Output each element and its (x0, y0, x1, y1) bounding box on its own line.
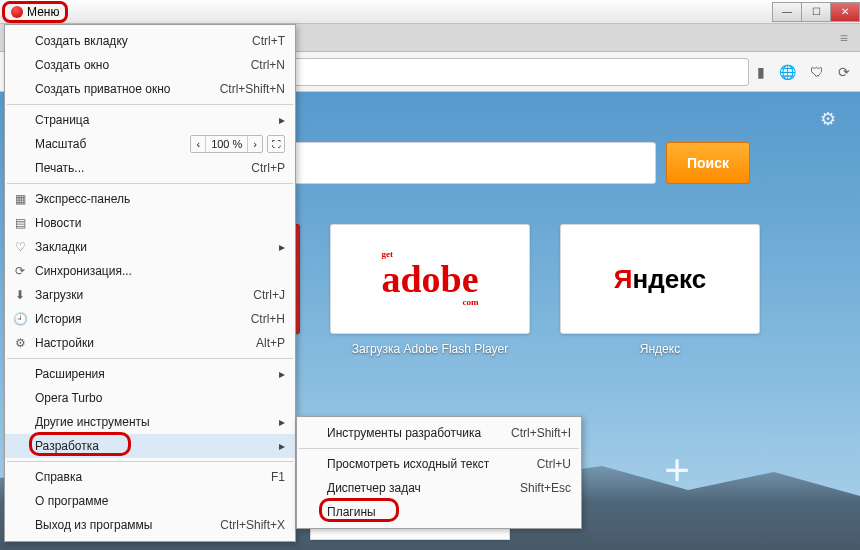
sync-icon: ⟳ (12, 263, 28, 279)
power-refresh-icon[interactable]: ⟳ (838, 64, 850, 80)
tile-col-2: Яндекс Яндекс (560, 224, 760, 356)
main-menu: Создать вкладку Ctrl+T Создать окно Ctrl… (4, 24, 296, 542)
gear-icon[interactable]: ⚙ (820, 108, 836, 130)
menu-new-private[interactable]: Создать приватное окно Ctrl+Shift+N (5, 77, 295, 101)
yandex-rest: ндекс (632, 264, 706, 294)
tab-menu-icon[interactable]: ≡ (840, 30, 848, 46)
download-icon: ⬇ (12, 287, 28, 303)
titlebar: Меню — ☐ ✕ (0, 0, 860, 24)
menu-separator (7, 358, 293, 359)
submenu-task-manager[interactable]: Диспетчер задач Shift+Esc (297, 476, 581, 500)
menu-zoom[interactable]: Масштаб ‹ 100 % › ⛶ (5, 132, 295, 156)
menu-new-window[interactable]: Создать окно Ctrl+N (5, 53, 295, 77)
menu-settings[interactable]: ⚙ Настройки Alt+P (5, 331, 295, 355)
zoom-value: 100 % (206, 136, 248, 152)
yandex-y: Я (614, 264, 633, 294)
submenu-arrow-icon: ▸ (279, 439, 285, 453)
menu-new-tab[interactable]: Создать вкладку Ctrl+T (5, 29, 295, 53)
toolbar-icons: ▮ 🌐 🛡 ⟳ (757, 64, 850, 80)
menu-separator (7, 183, 293, 184)
tile-adobe-label: Загрузка Adobe Flash Player (330, 342, 530, 356)
menu-separator (299, 448, 579, 449)
add-tile-icon[interactable]: + (664, 445, 690, 495)
zoom-control[interactable]: ‹ 100 % › (190, 135, 263, 153)
submenu-arrow-icon: ▸ (279, 415, 285, 429)
menu-print[interactable]: Печать... Ctrl+P (5, 156, 295, 180)
shield-icon[interactable]: 🛡 (810, 64, 824, 80)
adobe-com: com (463, 297, 479, 307)
zoom-out-icon[interactable]: ‹ (191, 136, 206, 152)
minimize-button[interactable]: — (772, 2, 802, 22)
zoom-in-icon[interactable]: › (248, 136, 262, 152)
menu-history[interactable]: 🕘 История Ctrl+H (5, 307, 295, 331)
news-icon: ▤ (12, 215, 28, 231)
maximize-button[interactable]: ☐ (801, 2, 831, 22)
tile-col-1: get adobe com Загрузка Adobe Flash Playe… (330, 224, 530, 356)
grid-icon: ▦ (12, 191, 28, 207)
history-icon: 🕘 (12, 311, 28, 327)
fullscreen-icon[interactable]: ⛶ (267, 135, 285, 153)
menu-speed-dial[interactable]: ▦ Экспресс-панель (5, 187, 295, 211)
vpn-globe-icon[interactable]: 🌐 (779, 64, 796, 80)
window-controls: — ☐ ✕ (773, 2, 860, 22)
tile-yandex-label: Яндекс (560, 342, 760, 356)
opera-menu-button[interactable]: Меню (2, 1, 68, 23)
menu-other-tools[interactable]: Другие инструменты ▸ (5, 410, 295, 434)
heart-icon: ♡ (12, 239, 28, 255)
menu-about[interactable]: О программе (5, 489, 295, 513)
submenu-arrow-icon: ▸ (279, 113, 285, 127)
menu-page[interactable]: Страница ▸ (5, 108, 295, 132)
menu-sync[interactable]: ⟳ Синхронизация... (5, 259, 295, 283)
menu-exit[interactable]: Выход из программы Ctrl+Shift+X (5, 513, 295, 537)
menu-extensions[interactable]: Расширения ▸ (5, 362, 295, 386)
adobe-logo: get adobe com (381, 257, 478, 301)
menu-downloads[interactable]: ⬇ Загрузки Ctrl+J (5, 283, 295, 307)
submenu-devtools[interactable]: Инструменты разработчика Ctrl+Shift+I (297, 421, 581, 445)
search-button[interactable]: Поиск (666, 142, 750, 184)
submenu-view-source[interactable]: Просмотреть исходный текст Ctrl+U (297, 452, 581, 476)
adobe-get: get (381, 249, 393, 259)
submenu-arrow-icon: ▸ (279, 367, 285, 381)
tile-yandex[interactable]: Яндекс (560, 224, 760, 334)
bookmark-icon[interactable]: ▮ (757, 64, 765, 80)
adobe-main: adobe (381, 258, 478, 300)
gear-icon: ⚙ (12, 335, 28, 351)
menu-news[interactable]: ▤ Новости (5, 211, 295, 235)
submenu-arrow-icon: ▸ (279, 240, 285, 254)
menu-button-label: Меню (27, 5, 59, 19)
submenu-plugins[interactable]: Плагины (297, 500, 581, 524)
opera-logo-icon (11, 6, 23, 18)
tile-adobe[interactable]: get adobe com (330, 224, 530, 334)
menu-developer[interactable]: Разработка ▸ (5, 434, 295, 458)
yandex-logo: Яндекс (614, 264, 707, 295)
menu-bookmarks[interactable]: ♡ Закладки ▸ (5, 235, 295, 259)
menu-opera-turbo[interactable]: Opera Turbo (5, 386, 295, 410)
close-button[interactable]: ✕ (830, 2, 860, 22)
menu-separator (7, 104, 293, 105)
menu-help[interactable]: Справка F1 (5, 465, 295, 489)
developer-submenu: Инструменты разработчика Ctrl+Shift+I Пр… (296, 416, 582, 529)
menu-separator (7, 461, 293, 462)
